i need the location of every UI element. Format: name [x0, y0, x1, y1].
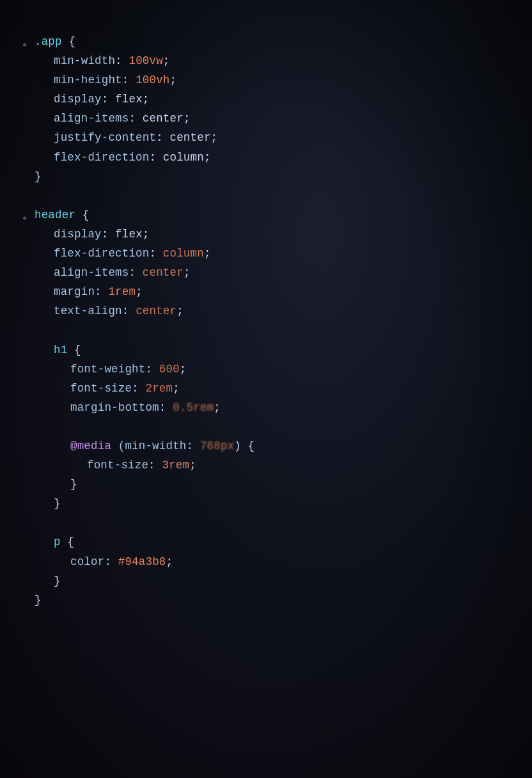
token: font-weight [70, 360, 145, 379]
token: ; [204, 148, 211, 167]
token: flex [115, 90, 143, 109]
line-h-display: display: flex; [23, 225, 509, 244]
token: ; [214, 398, 221, 417]
token: justify-content [54, 128, 156, 147]
token: ; [184, 263, 191, 282]
line-min-width: min-width: 100vw; [23, 51, 509, 70]
token: } [35, 591, 42, 610]
token: ; [166, 552, 173, 571]
token: : [122, 70, 136, 90]
line-header-sel: header { [23, 205, 509, 225]
line-p-sel: p { [23, 532, 509, 552]
token: margin-bottom [70, 398, 159, 417]
line-flex-dir-col: flex-direction: column; [23, 148, 509, 167]
token: } [70, 475, 77, 494]
token: : [129, 109, 142, 128]
line-min-height: min-height: 100vh; [23, 70, 509, 90]
blank-line [23, 321, 509, 340]
line-media-line: @media (min-width: 768px) { [23, 436, 509, 456]
token: ; [211, 128, 218, 147]
token: margin [54, 282, 95, 301]
token: : [149, 244, 162, 263]
token: : [102, 225, 115, 244]
token: : [148, 456, 162, 475]
token: ; [143, 225, 150, 244]
token: 3rem [162, 456, 189, 475]
token: center [143, 109, 184, 128]
token: align-items [54, 109, 129, 128]
token: column [163, 244, 204, 263]
token: ) { [234, 436, 254, 456]
token: : [115, 51, 129, 70]
line-h-text-align: text-align: center; [23, 301, 509, 321]
token: : [102, 90, 115, 109]
token: ; [189, 456, 196, 475]
token: column [163, 148, 204, 167]
token: ; [176, 301, 184, 321]
token: : [129, 263, 142, 282]
token: min-height [54, 70, 122, 90]
token: ; [184, 109, 191, 128]
token: .app [35, 32, 62, 51]
token: : [104, 552, 118, 571]
gutter-dot [23, 216, 26, 219]
token: flex [115, 225, 143, 244]
line-h1-close: } [23, 494, 509, 513]
line-h1-mb: margin-bottom: 0.5rem; [23, 398, 509, 417]
token: font-size [87, 456, 148, 475]
token: : [156, 128, 169, 147]
token: { [61, 532, 74, 552]
token: 768px [200, 436, 234, 456]
token: ; [170, 70, 177, 90]
token: ; [180, 360, 187, 379]
token: min-width [54, 51, 115, 70]
token: (min-width: [111, 436, 200, 456]
token: ; [143, 90, 150, 109]
token: text-align [54, 301, 122, 321]
line-h1-fw: font-weight: 600; [23, 360, 509, 379]
line-align-items-c: align-items: center; [23, 109, 509, 128]
token: : [95, 282, 108, 301]
token: 2rem [145, 379, 173, 398]
token: ; [163, 51, 170, 70]
token: #94a3b8 [118, 552, 166, 571]
line-header-close: } [23, 591, 509, 610]
line-h1-fs: font-size: 2rem; [23, 379, 509, 398]
line-p-close: } [23, 571, 509, 591]
token: center [143, 263, 184, 282]
token: 1rem [108, 282, 136, 301]
token: flex-direction [54, 148, 149, 167]
token: display [54, 90, 102, 109]
token: flex-direction [54, 244, 149, 263]
token: } [54, 571, 61, 591]
blank-line [23, 513, 509, 532]
line-h-flex-dir: flex-direction: column; [23, 244, 509, 263]
line-justify-c: justify-content: center; [23, 128, 509, 147]
line-app-close: } [23, 167, 509, 186]
token: font-size [70, 379, 132, 398]
token: 100vh [136, 70, 169, 90]
token: : [132, 379, 145, 398]
line-app-selector: .app { [23, 32, 509, 51]
token: ; [173, 379, 180, 398]
code-block: .app {min-width: 100vw;min-height: 100vh… [0, 19, 532, 623]
token: : [145, 360, 159, 379]
token: @media [70, 436, 111, 456]
line-h-align: align-items: center; [23, 263, 509, 282]
token: ; [136, 282, 143, 301]
line-display-flex: display: flex; [23, 90, 509, 109]
token: center [136, 301, 176, 321]
token: 0.5rem [173, 398, 214, 417]
token: 600 [159, 360, 180, 379]
token: center [170, 128, 211, 147]
line-media-fs: font-size: 3rem; [23, 456, 509, 475]
gutter-dot [23, 44, 26, 47]
token: } [54, 494, 61, 513]
token: display [54, 225, 102, 244]
line-p-color: color: #94a3b8; [23, 552, 509, 571]
line-h1-sel: h1 { [23, 340, 509, 360]
token: : [159, 398, 173, 417]
token: p [54, 532, 61, 552]
token: { [62, 32, 75, 51]
token: : [149, 148, 162, 167]
